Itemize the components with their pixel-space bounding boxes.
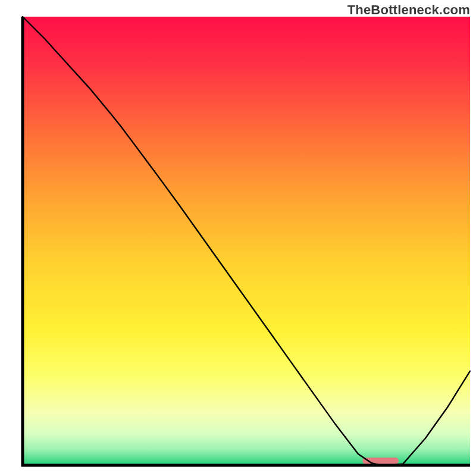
plot-background: [23, 17, 470, 465]
watermark-text: TheBottleneck.com: [347, 2, 470, 18]
chart-container: TheBottleneck.com: [0, 0, 476, 476]
bottleneck-chart: [0, 0, 476, 476]
